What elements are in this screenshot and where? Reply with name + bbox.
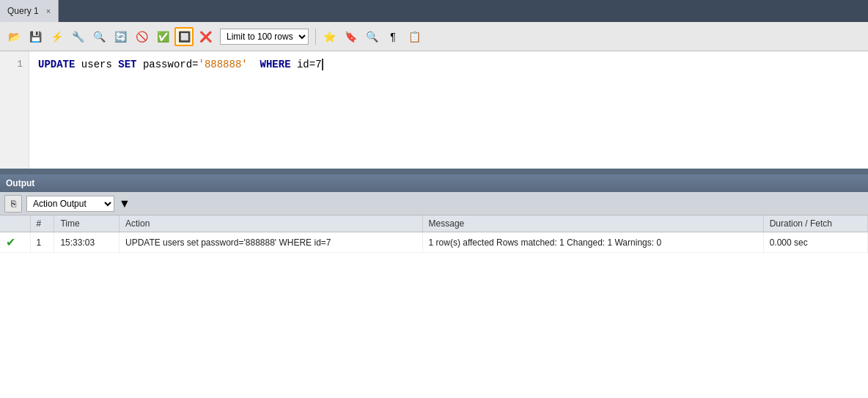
output-section: Output ⎘ Action Output ▼ # Time Action M…	[0, 174, 868, 398]
col-duration: Duration / Fetch	[763, 215, 867, 232]
line-number-1: 1	[6, 59, 23, 70]
execute-button[interactable]: ⚡	[47, 27, 66, 46]
open-folder-button[interactable]: 📂	[4, 27, 23, 46]
tab-bar: Query 1 ×	[0, 0, 868, 22]
row-time-cell: 15:33:03	[54, 232, 119, 253]
editor-content[interactable]: UPDATE users SET password='888888' WHERE…	[29, 51, 868, 169]
col-number: #	[30, 215, 54, 232]
tab-label: Query 1	[7, 6, 39, 16]
success-icon: ✔	[6, 236, 15, 248]
row-duration-cell: 0.000 sec	[763, 232, 867, 253]
rollback-button[interactable]: ❌	[196, 27, 215, 46]
tab-close-button[interactable]: ×	[46, 7, 51, 15]
keyword-where: WHERE	[260, 59, 291, 70]
col-time: Time	[54, 215, 119, 232]
copy-output-button[interactable]: ⎘	[4, 195, 22, 213]
explain-button[interactable]: 🔍	[89, 27, 108, 46]
toggle-button[interactable]: 🔲	[174, 27, 194, 46]
line-numbers: 1	[0, 51, 29, 169]
limit-select-container: Limit to 100 rows Limit to 200 rows Limi…	[220, 29, 309, 45]
row-action-cell: UPDATE users set password='888888' WHERE…	[119, 232, 423, 253]
output-title: Output	[6, 178, 34, 188]
text-cursor	[322, 59, 323, 70]
output-toolbar: ⎘ Action Output ▼	[0, 192, 868, 215]
row-message-cell: 1 row(s) affected Rows matched: 1 Change…	[422, 232, 763, 253]
find-button[interactable]: 🔍	[362, 27, 381, 46]
keyword-set: SET	[118, 59, 136, 70]
output-type-select[interactable]: Action Output	[26, 196, 114, 212]
pane-divider[interactable]	[0, 169, 868, 174]
output-table-container: # Time Action Message Duration / Fetch ✔…	[0, 215, 868, 398]
output-header: Output	[0, 174, 868, 192]
field-name: password	[143, 59, 192, 70]
error-button[interactable]: 🚫	[132, 27, 151, 46]
execute-selection-button[interactable]: 🔧	[68, 27, 87, 46]
col-status	[0, 215, 30, 232]
col-action: Action	[119, 215, 423, 232]
row-status-cell: ✔	[0, 232, 30, 253]
query-tab[interactable]: Query 1 ×	[0, 0, 59, 22]
toolbar-separator	[315, 29, 316, 45]
star-button[interactable]: ⭐	[320, 27, 339, 46]
condition: id=7	[297, 59, 322, 70]
output-table: # Time Action Message Duration / Fetch ✔…	[0, 215, 868, 253]
output-table-row: ✔ 1 15:33:03 UPDATE users set password='…	[0, 232, 868, 253]
commit-button[interactable]: ✅	[153, 27, 172, 46]
output-dropdown-arrow: ▼	[119, 197, 130, 210]
query-editor-area: 1 UPDATE users SET password='888888' WHE…	[0, 51, 868, 169]
output-table-header-row: # Time Action Message Duration / Fetch	[0, 215, 868, 232]
keyword-update: UPDATE	[38, 59, 75, 70]
table-name: users	[81, 59, 112, 70]
bookmark-button[interactable]: 🔖	[341, 27, 360, 46]
col-message: Message	[422, 215, 763, 232]
snippet-button[interactable]: 📋	[405, 27, 424, 46]
save-button[interactable]: 💾	[26, 27, 45, 46]
format-button[interactable]: ¶	[383, 27, 402, 46]
row-number-cell: 1	[30, 232, 54, 253]
query-toolbar: 📂 💾 ⚡ 🔧 🔍 🔄 🚫 ✅ 🔲 ❌ Limit to 100 rows Li…	[0, 22, 868, 51]
limit-rows-select[interactable]: Limit to 100 rows Limit to 200 rows Limi…	[220, 29, 309, 45]
stop-button[interactable]: 🔄	[111, 27, 130, 46]
string-value: '888888'	[199, 59, 248, 70]
